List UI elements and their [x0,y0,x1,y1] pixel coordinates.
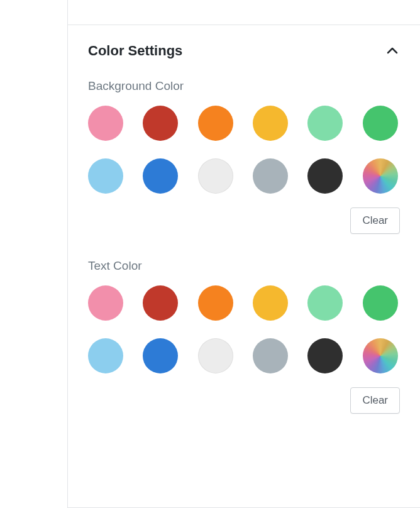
swatch-amber[interactable] [253,106,288,141]
swatch-pink[interactable] [88,285,123,321]
swatch-red[interactable] [143,285,178,321]
swatch-mint[interactable] [307,106,343,141]
background-clear-button[interactable]: Clear [350,207,400,234]
text-clear-row: Clear [88,387,400,414]
swatch-gray[interactable] [253,338,288,373]
swatch-orange[interactable] [198,285,233,321]
swatch-mint[interactable] [307,285,343,321]
swatch-green[interactable] [363,285,398,321]
swatch-black[interactable] [307,338,343,373]
swatch-orange[interactable] [198,106,233,141]
panel-title: Color Settings [88,43,182,59]
panel-body: Color Settings Background Color Clear Te… [68,25,420,508]
swatch-custom-color[interactable] [363,158,398,194]
swatch-green[interactable] [363,106,398,141]
background-clear-row: Clear [88,207,400,234]
swatch-light-gray[interactable] [198,158,233,194]
background-color-swatches [88,106,400,194]
text-color-swatches [88,285,400,373]
swatch-amber[interactable] [253,285,288,321]
swatch-blue[interactable] [143,158,178,194]
swatch-pink[interactable] [88,106,123,141]
text-clear-button[interactable]: Clear [350,387,400,414]
swatch-light-blue[interactable] [88,338,123,373]
swatch-black[interactable] [307,158,343,194]
swatch-light-gray[interactable] [198,338,233,373]
chevron-up-icon [385,43,400,58]
text-color-label: Text Color [88,259,400,273]
swatch-custom-color[interactable] [363,338,398,373]
color-settings-toggle[interactable]: Color Settings [88,43,400,59]
color-settings-panel: Color Settings Background Color Clear Te… [68,0,420,508]
left-gutter [0,0,68,508]
panel-top-spacer [68,0,420,25]
swatch-light-blue[interactable] [88,158,123,194]
swatch-red[interactable] [143,106,178,141]
background-color-label: Background Color [88,79,400,93]
swatch-gray[interactable] [253,158,288,194]
swatch-blue[interactable] [143,338,178,373]
